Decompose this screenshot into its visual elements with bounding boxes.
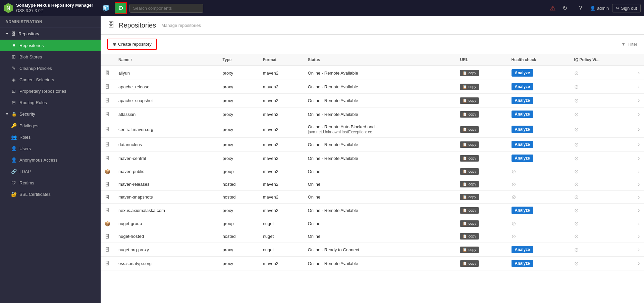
repo-health-check[interactable]: ⊘ bbox=[507, 165, 570, 178]
table-row[interactable]: 🗄 nuget-hosted hosted nuget Online 📋 cop… bbox=[101, 230, 644, 243]
repo-name[interactable]: maven-releases bbox=[114, 178, 218, 191]
table-row[interactable]: 🗄 apache_snapshot proxy maven2 Online - … bbox=[101, 94, 644, 107]
row-chevron-right-icon[interactable]: › bbox=[638, 207, 640, 213]
admin-icon-btn[interactable]: ⚙ bbox=[115, 2, 127, 14]
table-row[interactable]: 🗄 maven-central proxy maven2 Online - Re… bbox=[101, 152, 644, 165]
row-expand[interactable]: › bbox=[634, 217, 644, 230]
copy-url-button[interactable]: 📋 copy bbox=[460, 194, 479, 200]
copy-url-button[interactable]: 📋 copy bbox=[460, 181, 479, 187]
row-expand[interactable]: › bbox=[634, 257, 644, 270]
table-row[interactable]: 🗄 nexus.axiomalaska.com proxy maven2 Onl… bbox=[101, 204, 644, 217]
row-chevron-right-icon[interactable]: › bbox=[638, 111, 640, 117]
refresh-icon[interactable]: ↻ bbox=[559, 2, 571, 14]
repo-health-check[interactable]: Analyze bbox=[507, 152, 570, 165]
table-row[interactable]: 🗄 nuget.org-proxy proxy nuget Online - R… bbox=[101, 243, 644, 257]
sidebar-item-ldap[interactable]: 🔗 LDAP bbox=[0, 166, 101, 177]
copy-url-button[interactable]: 📋 copy bbox=[460, 141, 479, 148]
row-chevron-right-icon[interactable]: › bbox=[638, 233, 640, 239]
repo-url[interactable]: 📋 copy bbox=[456, 243, 507, 257]
analyze-button[interactable]: Analyze bbox=[512, 246, 533, 253]
repo-name[interactable]: maven-public bbox=[114, 165, 218, 178]
row-expand[interactable]: › bbox=[634, 152, 644, 165]
repo-health-check[interactable]: ⊘ bbox=[507, 191, 570, 204]
row-expand[interactable]: › bbox=[634, 165, 644, 178]
copy-url-button[interactable]: 📋 copy bbox=[460, 233, 479, 240]
row-expand[interactable]: › bbox=[634, 107, 644, 121]
copy-url-button[interactable]: 📋 copy bbox=[460, 168, 479, 175]
repo-name[interactable]: nuget.org-proxy bbox=[114, 243, 218, 257]
repo-url[interactable]: 📋 copy bbox=[456, 94, 507, 107]
row-chevron-right-icon[interactable]: › bbox=[638, 181, 640, 187]
repo-health-check[interactable]: Analyze bbox=[507, 66, 570, 80]
row-expand[interactable]: › bbox=[634, 178, 644, 191]
repo-url[interactable]: 📋 copy bbox=[456, 80, 507, 94]
repo-health-check[interactable]: ⊘ bbox=[507, 230, 570, 243]
row-expand[interactable]: › bbox=[634, 121, 644, 138]
sidebar-item-content-selectors[interactable]: ◈ Content Selectors bbox=[0, 74, 101, 85]
repo-name[interactable]: maven-snapshots bbox=[114, 191, 218, 204]
repo-url[interactable]: 📋 copy bbox=[456, 217, 507, 230]
repo-name[interactable]: apache_snapshot bbox=[114, 94, 218, 107]
repo-name[interactable]: nuget-group bbox=[114, 217, 218, 230]
repo-url[interactable]: 📋 copy bbox=[456, 191, 507, 204]
table-row[interactable]: 🗄 maven-snapshots hosted maven2 Online 📋… bbox=[101, 191, 644, 204]
user-menu[interactable]: 👤 admin bbox=[590, 6, 609, 11]
repo-name[interactable]: atlassian bbox=[114, 107, 218, 121]
repo-health-check[interactable]: Analyze bbox=[507, 94, 570, 107]
repo-url[interactable]: 📋 copy bbox=[456, 152, 507, 165]
repo-url[interactable]: 📋 copy bbox=[456, 178, 507, 191]
row-expand[interactable]: › bbox=[634, 191, 644, 204]
sidebar-item-blob-stores[interactable]: ⊞ Blob Stores bbox=[0, 51, 101, 62]
repo-health-check[interactable]: Analyze bbox=[507, 243, 570, 257]
row-expand[interactable]: › bbox=[634, 243, 644, 257]
row-chevron-right-icon[interactable]: › bbox=[638, 221, 640, 226]
repo-health-check[interactable]: Analyze bbox=[507, 138, 570, 152]
sidebar-item-privileges[interactable]: 🔑 Privileges bbox=[0, 120, 101, 131]
repo-url[interactable]: 📋 copy bbox=[456, 165, 507, 178]
row-expand[interactable]: › bbox=[634, 204, 644, 217]
repo-name[interactable]: central.maven.org bbox=[114, 121, 218, 138]
copy-url-button[interactable]: 📋 copy bbox=[460, 260, 479, 267]
table-row[interactable]: 🗄 maven-releases hosted maven2 Online 📋 … bbox=[101, 178, 644, 191]
row-chevron-right-icon[interactable]: › bbox=[638, 126, 640, 132]
sidebar-item-routing-rules[interactable]: ⊟ Routing Rules bbox=[0, 97, 101, 108]
repo-url[interactable]: 📋 copy bbox=[456, 138, 507, 152]
table-row[interactable]: 🗄 apache_release proxy maven2 Online - R… bbox=[101, 80, 644, 94]
repo-name[interactable]: nexus.axiomalaska.com bbox=[114, 204, 218, 217]
analyze-button[interactable]: Analyze bbox=[512, 69, 533, 77]
copy-url-button[interactable]: 📋 copy bbox=[460, 111, 479, 118]
copy-url-button[interactable]: 📋 copy bbox=[460, 247, 479, 253]
row-chevron-right-icon[interactable]: › bbox=[638, 84, 640, 89]
row-chevron-right-icon[interactable]: › bbox=[638, 141, 640, 147]
table-row[interactable]: 📦 nuget-group group nuget Online 📋 copy … bbox=[101, 217, 644, 230]
repo-health-check[interactable]: ⊘ bbox=[507, 178, 570, 191]
signout-button[interactable]: ↪ Sign out bbox=[612, 4, 641, 12]
repo-url[interactable]: 📋 copy bbox=[456, 204, 507, 217]
browse-icon-btn[interactable]: 🧊 bbox=[100, 2, 112, 14]
repo-health-check[interactable]: Analyze bbox=[507, 121, 570, 138]
sidebar-item-ssl-certificates[interactable]: 🔐 SSL Certificates bbox=[0, 188, 101, 200]
sidebar-item-proprietary-repositories[interactable]: ⊡ Proprietary Repositories bbox=[0, 85, 101, 97]
create-repository-button[interactable]: ⊕ Create repository bbox=[107, 39, 157, 50]
search-input[interactable] bbox=[129, 4, 203, 13]
repo-health-check[interactable]: Analyze bbox=[507, 204, 570, 217]
repo-health-check[interactable]: ⊘ bbox=[507, 217, 570, 230]
analyze-button[interactable]: Analyze bbox=[512, 83, 533, 90]
table-row[interactable]: 🗄 atlassian proxy maven2 Online - Remote… bbox=[101, 107, 644, 121]
alert-icon[interactable]: ⚠ bbox=[550, 4, 556, 12]
analyze-button[interactable]: Analyze bbox=[512, 260, 533, 267]
analyze-button[interactable]: Analyze bbox=[512, 141, 533, 148]
row-chevron-right-icon[interactable]: › bbox=[638, 97, 640, 103]
copy-url-button[interactable]: 📋 copy bbox=[460, 155, 479, 162]
copy-url-button[interactable]: 📋 copy bbox=[460, 126, 479, 133]
row-chevron-right-icon[interactable]: › bbox=[638, 247, 640, 252]
repo-name[interactable]: aliyun bbox=[114, 66, 218, 80]
copy-url-button[interactable]: 📋 copy bbox=[460, 84, 479, 90]
col-name[interactable]: Name ↑ bbox=[114, 54, 218, 66]
table-row[interactable]: 🗄 aliyun proxy maven2 Online - Remote Av… bbox=[101, 66, 644, 80]
repo-url[interactable]: 📋 copy bbox=[456, 107, 507, 121]
repo-name[interactable]: apache_release bbox=[114, 80, 218, 94]
sidebar-item-roles[interactable]: 👥 Roles bbox=[0, 131, 101, 143]
help-icon[interactable]: ? bbox=[575, 2, 587, 14]
analyze-button[interactable]: Analyze bbox=[512, 97, 533, 104]
